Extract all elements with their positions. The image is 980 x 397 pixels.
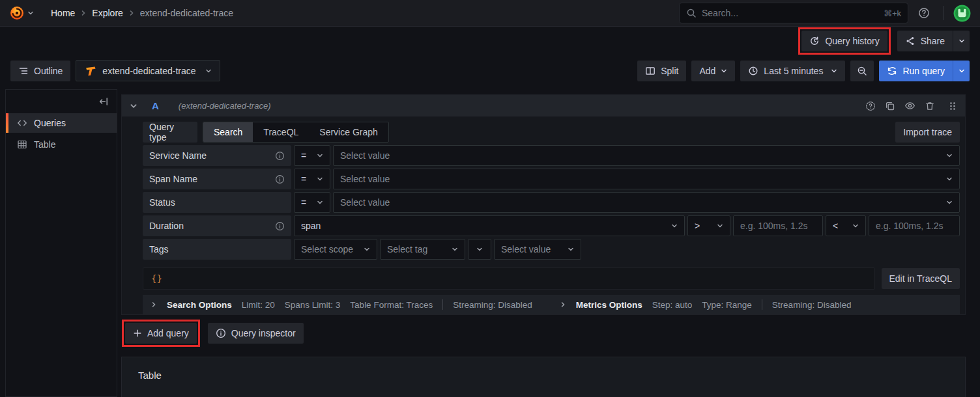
breadcrumb-home[interactable]: Home (51, 8, 75, 18)
chevron-down-icon (721, 68, 727, 74)
sidebar-item-label: Table (34, 139, 55, 150)
search-shortcut-hint: ⌘+k (884, 8, 901, 18)
filter-row-tags: Tags Select scope Select tag Sele (143, 239, 960, 260)
chevron-down-icon (317, 176, 323, 182)
sidebar-item-table[interactable]: Table (6, 135, 117, 154)
run-query-group: Run query (879, 61, 970, 81)
metrics-options-step: Step: auto (652, 300, 693, 310)
collapse-sidebar-button[interactable] (6, 90, 117, 113)
add-button[interactable]: Add (691, 61, 735, 81)
sidebar-item-queries[interactable]: Queries (6, 113, 117, 133)
run-query-button[interactable]: Run query (879, 61, 953, 81)
outline-button[interactable]: Outline (10, 61, 70, 81)
search-options-spans-limit: Spans Limit: 3 (285, 300, 341, 310)
operator-value: = (301, 174, 306, 184)
chevron-right-icon (128, 10, 135, 16)
delete-query-trash-icon[interactable] (925, 101, 935, 111)
operator-select[interactable]: = (294, 169, 330, 189)
duration-gt-input[interactable] (733, 215, 823, 236)
query-ref-id[interactable]: A (152, 100, 159, 111)
metrics-options-streaming: Streaming: Disabled (772, 300, 852, 310)
operator-select[interactable]: = (294, 145, 330, 166)
add-query-label: Add query (147, 328, 189, 338)
tab-search[interactable]: Search (203, 122, 253, 142)
select-placeholder: Select value (340, 174, 390, 184)
edit-in-traceql-button[interactable]: Edit in TraceQL (882, 268, 960, 289)
disable-query-eye-icon[interactable] (904, 100, 915, 111)
info-icon[interactable] (275, 151, 285, 161)
query-help-icon[interactable] (865, 101, 876, 111)
operator-select[interactable]: = (294, 192, 330, 213)
info-circle-icon (216, 328, 226, 338)
duration-scope-value: span (301, 221, 321, 231)
duration-scope-select[interactable]: span (294, 215, 685, 236)
breadcrumb-explore[interactable]: Explore (92, 8, 122, 18)
query-secondary-actions: Add query Query inspector (122, 320, 304, 347)
value-select[interactable]: Select value (333, 192, 960, 213)
chevron-right-icon (80, 10, 87, 16)
share-dropdown-button[interactable] (953, 31, 970, 51)
run-query-label: Run query (902, 66, 945, 76)
top-nav: Home Explore extend-dedicated-trace ⌘+k (0, 0, 980, 27)
add-label: Add (699, 66, 715, 76)
options-divider (442, 299, 443, 310)
search-input[interactable] (702, 8, 878, 18)
global-search[interactable]: ⌘+k (679, 3, 908, 23)
help-button[interactable] (914, 3, 934, 23)
breadcrumb-current: extend-dedicated-trace (140, 8, 233, 18)
chevron-right-icon[interactable] (151, 301, 157, 308)
query-type-label: Query type (143, 122, 197, 143)
query-history-button[interactable]: Query history (801, 31, 887, 51)
grafana-logo-menu[interactable] (9, 5, 34, 21)
query-inspector-label: Query inspector (231, 328, 296, 338)
info-icon[interactable] (275, 221, 285, 231)
value-select[interactable]: Select value (333, 169, 960, 189)
share-button[interactable]: Share (897, 31, 953, 51)
query-inspector-button[interactable]: Query inspector (208, 323, 304, 344)
duration-lt-operator-select[interactable]: < (826, 215, 866, 236)
select-placeholder: Select value (501, 244, 551, 254)
value-select[interactable]: Select value (333, 145, 960, 166)
time-range-label: Last 5 minutes (764, 66, 823, 76)
drag-handle-icon[interactable] (948, 101, 957, 111)
operator-value: = (301, 197, 306, 208)
run-query-dropdown-button[interactable] (953, 61, 970, 81)
table-panel-title: Table (122, 357, 965, 381)
collapse-query-chevron-icon[interactable] (130, 102, 137, 110)
duration-lt-input[interactable] (869, 215, 960, 236)
add-query-button[interactable]: Add query (125, 323, 197, 344)
search-options-title[interactable]: Search Options (167, 300, 232, 310)
user-avatar[interactable] (953, 5, 971, 22)
filter-row-status: Status = Select value (143, 192, 960, 213)
duplicate-query-icon[interactable] (885, 101, 895, 111)
operator-value: = (301, 150, 306, 161)
table-panel: Table (121, 357, 966, 397)
tag-value-select[interactable]: Select value (494, 239, 581, 260)
tag-name-select[interactable]: Select tag (380, 239, 465, 260)
query-row-header[interactable]: A (extend-dedicated-trace) (122, 95, 965, 116)
chevron-down-icon (671, 223, 678, 229)
metrics-options-title[interactable]: Metrics Options (576, 300, 642, 310)
tab-service-graph[interactable]: Service Graph (309, 122, 388, 142)
collapse-left-icon (98, 96, 109, 107)
duration-gt-operator-select[interactable]: > (687, 215, 730, 236)
chevron-right-icon[interactable] (560, 301, 566, 308)
tab-traceql[interactable]: TraceQL (253, 122, 309, 142)
tag-operator-select[interactable] (468, 239, 491, 260)
zoom-out-time-button[interactable] (850, 61, 874, 81)
query-history-label: Query history (825, 36, 879, 46)
datasource-name: extend-dedicated-trace (102, 66, 195, 76)
split-button[interactable]: Split (637, 61, 686, 81)
chevron-down-icon (317, 199, 323, 206)
annotation-box-query-history: Query history (798, 27, 890, 55)
split-label: Split (661, 66, 678, 76)
filter-row-duration: Duration span > (143, 215, 960, 236)
info-icon[interactable] (275, 174, 285, 184)
datasource-picker[interactable]: extend-dedicated-trace (76, 60, 220, 81)
search-options-streaming: Streaming: Disabled (453, 300, 532, 310)
tag-scope-select[interactable]: Select scope (294, 239, 377, 260)
import-trace-button[interactable]: Import trace (895, 122, 960, 143)
edit-in-traceql-label: Edit in TraceQL (889, 273, 953, 284)
traceql-preview-editor[interactable]: {} (143, 267, 875, 290)
time-range-picker[interactable]: Last 5 minutes (740, 61, 845, 81)
